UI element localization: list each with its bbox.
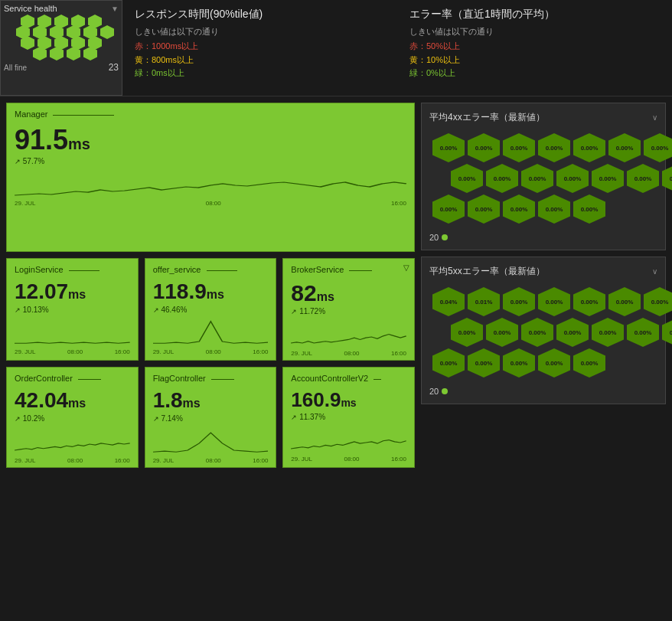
flagcontroller-card[interactable]: FlagController 1.8ms 7.14% 29. JUL 08:00… [145, 367, 277, 468]
err-hex: 0.00% [627, 164, 659, 193]
err-hex: 0.00% [521, 318, 553, 347]
error-4xx-row-1: 0.00% 0.00% 0.00% 0.00% 0.00% 0.00% 0.00… [432, 133, 672, 162]
error-4xx-grid: 0.00% 0.00% 0.00% 0.00% 0.00% 0.00% 0.00… [429, 130, 657, 227]
left-column: Manager 91.5ms 57.7% 29. JUL 08:00 16:00 [6, 103, 415, 468]
accountcontrollerv2-card[interactable]: AccountControllerV2 160.9ms 11.37% 29. J… [282, 367, 415, 468]
card-row-3: OrderController 42.04ms 10.2% 29. JUL 08… [6, 367, 415, 468]
err-hex: 0.00% [608, 133, 641, 162]
flagcontroller-change: 7.14% [153, 414, 269, 423]
error-5xx-row-2: 0.00% 0.00% 0.00% 0.00% 0.00% 0.00% 0.00… [451, 318, 672, 347]
response-time-red: 赤：1000ms以上 [135, 40, 385, 54]
ordercontroller-card[interactable]: OrderController 42.04ms 10.2% 29. JUL 08… [6, 367, 139, 468]
error-rate-yellow: 黄：10%以上 [409, 54, 660, 67]
error-4xx-row-2: 0.00% 0.00% 0.00% 0.00% 0.00% 0.00% 0.00… [451, 164, 672, 193]
loginservice-change: 10.13% [15, 306, 130, 314]
loginservice-value: 12.07ms [15, 280, 130, 304]
response-time-title: レスポンス時間(90%tile値) [135, 8, 385, 21]
offer-service-labels: 29. JUL 08:00 16:00 [153, 348, 269, 355]
err-hex: 0.00% [608, 287, 641, 316]
error-4xx-chevron[interactable]: ∨ [652, 113, 657, 122]
err-hex: 0.00% [486, 164, 518, 193]
err-hex: 0.00% [451, 164, 483, 193]
broker-service-sparkline [291, 319, 406, 349]
error-5xx-row-1: 0.04% 0.01% 0.00% 0.00% 0.00% 0.00% 0.00… [432, 287, 672, 316]
response-time-info: レスポンス時間(90%tile値) しきい値は以下の通り 赤：1000ms以上 … [122, 0, 397, 96]
accountcontrollerv2-title: AccountControllerV2 [291, 374, 406, 383]
accountcontrollerv2-labels: 29. JUL 08:00 16:00 [291, 456, 406, 462]
error-5xx-chevron[interactable]: ∨ [652, 267, 657, 276]
green-dot-5xx [442, 388, 448, 394]
ordercontroller-labels: 29. JUL 08:00 16:00 [15, 457, 130, 464]
err-hex: 0.00% [573, 133, 605, 162]
err-hex: 0.00% [503, 194, 535, 224]
err-hex: 0.00% [573, 348, 605, 378]
err-hex: 0.00% [521, 164, 553, 193]
error-rate-sub: しきい値は以下の通り [409, 26, 660, 38]
service-health-footer: All fine 23 [4, 62, 119, 73]
err-hex: 0.00% [538, 133, 570, 162]
err-hex: 0.00% [503, 348, 535, 378]
err-hex: 0.00% [538, 194, 570, 224]
err-hex: 0.00% [451, 318, 483, 347]
loginservice-labels: 29. JUL 08:00 16:00 [15, 348, 130, 355]
error-5xx-panel: 平均5xxエラー率（最新値） ∨ 0.04% 0.01% 0.00% 0.00%… [421, 257, 666, 404]
flagcontroller-title: FlagController [153, 374, 269, 383]
err-hex: 0.00% [573, 287, 605, 316]
green-dot-4xx [442, 234, 448, 240]
err-hex: 0.00% [503, 133, 535, 162]
flagcontroller-labels: 29. JUL 08:00 16:00 [153, 457, 269, 464]
ordercontroller-change: 10.2% [15, 414, 130, 423]
err-hex: 0.00% [627, 318, 659, 347]
response-time-green: 緑：0ms以上 [135, 67, 385, 80]
offer-service-change: 46.46% [153, 306, 269, 314]
broker-service-labels: 29. JUL 08:00 16:00 [291, 350, 406, 357]
error-4xx-row-3: 0.00% 0.00% 0.00% 0.00% 0.00% [432, 194, 605, 224]
error-5xx-count: 20 [429, 387, 439, 396]
error-4xx-count: 20 [429, 233, 439, 242]
error-4xx-title: 平均4xxエラー率（最新値） ∨ [429, 111, 657, 124]
err-hex: 0.00% [662, 318, 672, 347]
broker-service-change: 11.72% [291, 307, 406, 315]
loginservice-title: LoginService [15, 265, 130, 274]
ordercontroller-value: 42.04ms [15, 389, 130, 413]
err-hex: 0.00% [538, 287, 570, 316]
broker-service-title: BrokerService [291, 265, 406, 274]
error-rate-info: エラー率（直近1時間の平均） しきい値は以下の通り 赤：50%以上 黄：10%以… [397, 0, 672, 96]
flagcontroller-value: 1.8ms [153, 389, 269, 413]
manager-change: 57.7% [15, 157, 406, 165]
err-hex: 0.01% [468, 287, 500, 316]
err-hex: 0.00% [468, 194, 500, 224]
loginservice-card[interactable]: LoginService 12.07ms 10.13% 29. JUL 08:0… [6, 258, 139, 361]
error-5xx-grid: 0.04% 0.01% 0.00% 0.00% 0.00% 0.00% 0.00… [429, 284, 657, 381]
ordercontroller-title: OrderController [15, 374, 130, 383]
error-rate-red: 赤：50%以上 [409, 40, 660, 54]
error-rate-green: 緑：0%以上 [409, 67, 660, 80]
card-row-2: LoginService 12.07ms 10.13% 29. JUL 08:0… [6, 258, 415, 361]
offer-service-value: 118.9ms [153, 280, 269, 304]
err-hex: 0.04% [432, 287, 465, 316]
error-5xx-row-3: 0.00% 0.00% 0.00% 0.00% 0.00% [432, 348, 605, 378]
service-count: 23 [109, 62, 119, 73]
service-health-label: Service health [4, 4, 57, 13]
manager-sparkline-labels: 29. JUL 08:00 16:00 [15, 200, 406, 207]
ordercontroller-sparkline [15, 426, 130, 456]
broker-service-card[interactable]: ▽ BrokerService 82ms 11.72% 29. JUL 08:0… [282, 258, 415, 361]
err-hex: 0.00% [432, 194, 465, 224]
all-fine-label: All fine [4, 64, 27, 72]
err-hex: 0.00% [556, 318, 589, 347]
err-hex: 0.00% [592, 318, 624, 347]
service-health-title: Service health ▼ [4, 4, 119, 13]
err-hex: 0.00% [432, 133, 465, 162]
offer-service-card[interactable]: offer_service 118.9ms 46.46% 29. JUL 08:… [145, 258, 277, 361]
top-row: Service health ▼ [0, 0, 672, 96]
response-time-yellow: 黄：800ms以上 [135, 54, 385, 67]
manager-sparkline [15, 168, 406, 199]
manager-card[interactable]: Manager 91.5ms 57.7% 29. JUL 08:00 16:00 [6, 103, 415, 252]
error-rate-title: エラー率（直近1時間の平均） [409, 8, 660, 21]
err-hex: 0.00% [503, 287, 535, 316]
manager-value: 91.5ms [15, 125, 406, 155]
service-health-panel: Service health ▼ [0, 0, 122, 96]
accountcontrollerv2-change: 11.37% [291, 413, 406, 421]
loginservice-sparkline [15, 317, 130, 348]
err-hex: 0.00% [573, 194, 605, 224]
